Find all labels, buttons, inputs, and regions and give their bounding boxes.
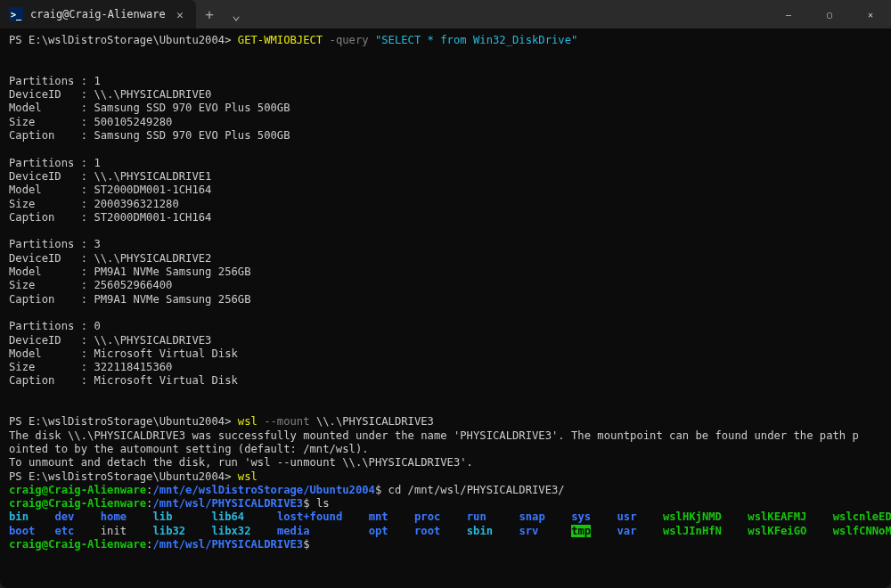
window-controls: — ▢ ✕ — [768, 0, 891, 29]
close-button[interactable]: ✕ — [850, 0, 891, 29]
tab-close-icon[interactable]: ✕ — [173, 7, 187, 21]
titlebar: >_ craig@Craig-Alienware: /mnt/w ✕ + ⌄ —… — [0, 0, 891, 29]
tab-dropdown-button[interactable]: ⌄ — [223, 0, 249, 29]
tab-title: craig@Craig-Alienware: /mnt/w — [30, 8, 166, 20]
new-tab-button[interactable]: + — [196, 0, 223, 29]
powershell-icon: >_ — [9, 7, 23, 21]
terminal-output[interactable]: PS E:\wslDistroStorage\Ubuntu2004> GET-W… — [0, 29, 891, 588]
minimize-button[interactable]: — — [768, 0, 809, 29]
tab-active[interactable]: >_ craig@Craig-Alienware: /mnt/w ✕ — [0, 0, 196, 29]
maximize-button[interactable]: ▢ — [809, 0, 850, 29]
titlebar-drag-area[interactable] — [249, 0, 768, 29]
